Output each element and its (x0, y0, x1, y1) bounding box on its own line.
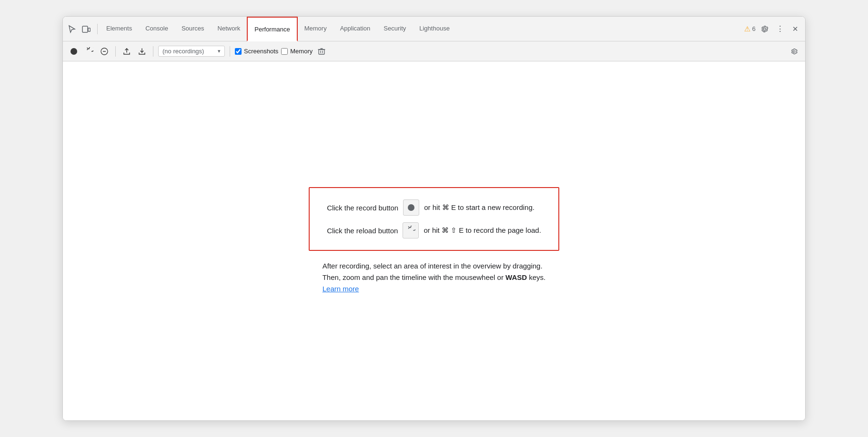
performance-settings-button[interactable] (788, 45, 800, 58)
memory-checkbox-label[interactable]: Memory (281, 48, 313, 55)
learn-more-link[interactable]: Learn more (323, 285, 359, 293)
hint2-before: Click the reload button (327, 227, 398, 235)
warning-triangle-icon: ⚠ (744, 25, 750, 33)
svg-rect-0 (82, 26, 88, 32)
hint-row-record: Click the record button or hit ⌘ E to st… (327, 199, 541, 216)
after-text2: Then, zoom and pan the timeline with the… (323, 273, 505, 281)
hint1-before: Click the record button (327, 204, 398, 212)
hint1-after: or hit ⌘ E to start a new recording. (424, 203, 535, 212)
recordings-dropdown-label: (no recordings) (162, 48, 216, 55)
svg-point-10 (408, 204, 414, 211)
download-button[interactable] (136, 45, 148, 58)
after-text1: After recording, select an area of inter… (323, 262, 543, 270)
tab-console[interactable]: Console (139, 17, 175, 41)
settings-button[interactable] (758, 23, 771, 35)
screenshots-checkbox[interactable] (235, 48, 242, 55)
tab-bar: Elements Console Sources Network Perform… (63, 17, 805, 41)
tab-elements[interactable]: Elements (100, 17, 139, 41)
device-emulation-icon[interactable] (81, 24, 91, 34)
dropdown-arrow-icon: ▾ (218, 48, 221, 54)
stop-button[interactable] (98, 45, 111, 58)
tab-application[interactable]: Application (333, 17, 377, 41)
hint2-after: or hit ⌘ ⇧ E to record the page load. (424, 226, 541, 235)
reload-hint-icon (403, 222, 419, 238)
tab-bar-right: ⚠ 6 ⋮ ✕ (744, 23, 801, 35)
memory-label: Memory (290, 48, 313, 55)
record-hint-icon (403, 199, 419, 216)
memory-checkbox[interactable] (281, 48, 288, 55)
toolbar-separator-1 (115, 46, 116, 57)
cursor-icon[interactable] (67, 24, 77, 34)
record-button[interactable] (68, 45, 80, 58)
recordings-dropdown[interactable]: (no recordings) ▾ (158, 46, 225, 57)
tab-security[interactable]: Security (377, 17, 413, 41)
toolbar-right-spacer (788, 45, 800, 58)
tab-sources[interactable]: Sources (175, 17, 211, 41)
screenshots-label: Screenshots (244, 48, 278, 55)
tab-bar-icons (67, 24, 98, 34)
devtools-window: Elements Console Sources Network Perform… (62, 16, 806, 421)
after-bold: WASD (505, 273, 527, 281)
tab-performance[interactable]: Performance (247, 17, 297, 41)
close-button[interactable]: ✕ (789, 23, 801, 35)
main-content: Click the record button or hit ⌘ E to st… (63, 61, 805, 420)
warning-badge[interactable]: ⚠ 6 (744, 25, 756, 33)
tab-lighthouse[interactable]: Lighthouse (413, 17, 456, 41)
tab-network[interactable]: Network (211, 17, 247, 41)
after-text3: keys. (527, 273, 545, 281)
svg-rect-1 (88, 28, 91, 31)
hint-box: Click the record button or hit ⌘ E to st… (309, 187, 559, 251)
hint-row-reload: Click the reload button or hit ⌘ ⇧ E to … (327, 222, 541, 238)
upload-button[interactable] (121, 45, 133, 58)
clear-button[interactable] (315, 45, 328, 58)
after-hint: After recording, select an area of inter… (323, 260, 546, 295)
tab-memory[interactable]: Memory (298, 17, 333, 41)
svg-point-2 (71, 48, 77, 55)
performance-toolbar: (no recordings) ▾ Screenshots Memory (63, 41, 805, 61)
warning-count: 6 (752, 25, 756, 32)
svg-rect-5 (319, 50, 324, 54)
toolbar-separator-3 (230, 46, 230, 57)
toolbar-separator-2 (153, 46, 153, 57)
screenshots-checkbox-label[interactable]: Screenshots (235, 48, 278, 55)
reload-record-button[interactable] (83, 45, 95, 58)
more-options-button[interactable]: ⋮ (774, 23, 786, 35)
